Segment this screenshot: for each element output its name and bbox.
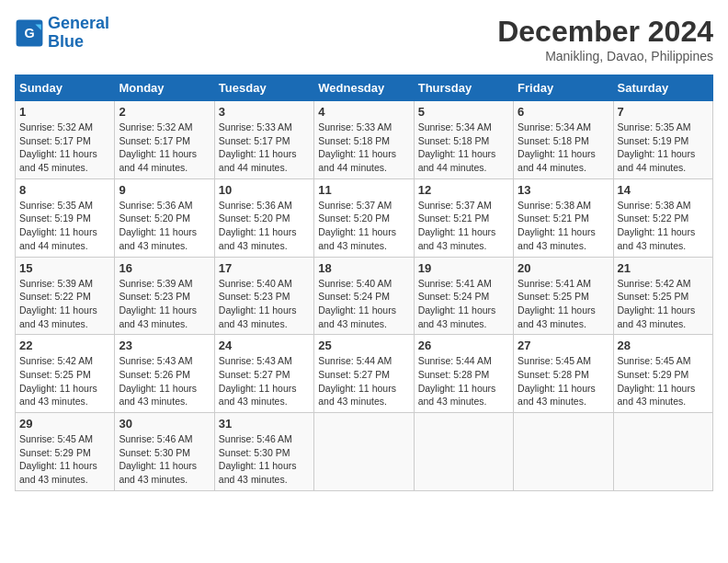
header-friday: Friday: [514, 75, 613, 101]
header-tuesday: Tuesday: [214, 75, 313, 101]
day-number: 1: [19, 105, 110, 119]
day-number: 16: [119, 261, 210, 275]
day-number: 31: [219, 417, 310, 431]
logo-text: General Blue: [48, 15, 109, 52]
day-info: Sunrise: 5:43 AMSunset: 5:26 PMDaylight:…: [119, 354, 210, 408]
day-info: Sunrise: 5:34 AMSunset: 5:18 PMDaylight:…: [518, 121, 609, 175]
table-row: [314, 413, 414, 491]
day-number: 27: [518, 339, 609, 352]
table-row: 8Sunrise: 5:35 AMSunset: 5:19 PMDaylight…: [16, 178, 115, 257]
day-info: Sunrise: 5:40 AMSunset: 5:23 PMDaylight:…: [219, 277, 310, 331]
day-info: Sunrise: 5:46 AMSunset: 5:30 PMDaylight:…: [119, 432, 210, 487]
day-number: 6: [518, 105, 609, 119]
day-info: Sunrise: 5:35 AMSunset: 5:19 PMDaylight:…: [618, 121, 709, 175]
table-row: 18Sunrise: 5:40 AMSunset: 5:24 PMDayligh…: [314, 257, 414, 335]
day-info: Sunrise: 5:41 AMSunset: 5:25 PMDaylight:…: [518, 277, 609, 331]
day-number: 28: [618, 339, 709, 352]
day-info: Sunrise: 5:42 AMSunset: 5:25 PMDaylight:…: [19, 354, 110, 408]
svg-text:G: G: [24, 26, 34, 40]
day-number: 18: [318, 261, 409, 275]
day-number: 10: [219, 183, 310, 197]
header-thursday: Thursday: [414, 75, 513, 101]
day-number: 7: [618, 105, 709, 119]
table-row: 14Sunrise: 5:38 AMSunset: 5:22 PMDayligh…: [613, 178, 712, 257]
day-number: 8: [19, 183, 110, 197]
table-row: 27Sunrise: 5:45 AMSunset: 5:28 PMDayligh…: [514, 335, 613, 413]
day-number: 9: [119, 183, 210, 197]
day-info: Sunrise: 5:32 AMSunset: 5:17 PMDaylight:…: [19, 121, 110, 175]
day-info: Sunrise: 5:37 AMSunset: 5:20 PMDaylight:…: [318, 199, 409, 253]
table-row: 13Sunrise: 5:38 AMSunset: 5:21 PMDayligh…: [514, 178, 613, 257]
header-wednesday: Wednesday: [314, 75, 414, 101]
table-row: 7Sunrise: 5:35 AMSunset: 5:19 PMDaylight…: [613, 101, 712, 179]
day-info: Sunrise: 5:44 AMSunset: 5:27 PMDaylight:…: [318, 354, 409, 408]
day-info: Sunrise: 5:40 AMSunset: 5:24 PMDaylight:…: [318, 277, 409, 331]
day-number: 15: [19, 261, 110, 275]
logo: G General Blue: [15, 15, 109, 52]
day-number: 25: [318, 339, 409, 352]
day-info: Sunrise: 5:36 AMSunset: 5:20 PMDaylight:…: [219, 199, 310, 253]
table-row: [514, 413, 613, 491]
table-row: 31Sunrise: 5:46 AMSunset: 5:30 PMDayligh…: [214, 413, 313, 491]
day-info: Sunrise: 5:38 AMSunset: 5:21 PMDaylight:…: [518, 199, 609, 253]
day-info: Sunrise: 5:45 AMSunset: 5:29 PMDaylight:…: [19, 432, 110, 487]
table-row: 28Sunrise: 5:45 AMSunset: 5:29 PMDayligh…: [613, 335, 712, 413]
day-number: 19: [418, 261, 509, 275]
day-info: Sunrise: 5:39 AMSunset: 5:23 PMDaylight:…: [119, 277, 210, 331]
day-number: 23: [119, 339, 210, 352]
day-info: Sunrise: 5:44 AMSunset: 5:28 PMDaylight:…: [418, 354, 509, 408]
calendar-table: Sunday Monday Tuesday Wednesday Thursday…: [15, 75, 713, 491]
table-row: 25Sunrise: 5:44 AMSunset: 5:27 PMDayligh…: [314, 335, 414, 413]
table-row: 2Sunrise: 5:32 AMSunset: 5:17 PMDaylight…: [115, 101, 214, 179]
day-number: 12: [418, 183, 509, 197]
day-info: Sunrise: 5:34 AMSunset: 5:18 PMDaylight:…: [418, 121, 509, 175]
day-number: 29: [19, 417, 110, 431]
day-number: 13: [518, 183, 609, 197]
day-number: 11: [318, 183, 409, 197]
day-number: 4: [318, 105, 409, 119]
table-row: 12Sunrise: 5:37 AMSunset: 5:21 PMDayligh…: [414, 178, 513, 257]
day-info: Sunrise: 5:46 AMSunset: 5:30 PMDaylight:…: [219, 432, 310, 487]
day-number: 22: [19, 339, 110, 352]
day-info: Sunrise: 5:32 AMSunset: 5:17 PMDaylight:…: [119, 121, 210, 175]
table-row: 26Sunrise: 5:44 AMSunset: 5:28 PMDayligh…: [414, 335, 513, 413]
day-info: Sunrise: 5:38 AMSunset: 5:22 PMDaylight:…: [618, 199, 709, 253]
table-row: 16Sunrise: 5:39 AMSunset: 5:23 PMDayligh…: [115, 257, 214, 335]
table-row: 19Sunrise: 5:41 AMSunset: 5:24 PMDayligh…: [414, 257, 513, 335]
day-info: Sunrise: 5:45 AMSunset: 5:28 PMDaylight:…: [518, 354, 609, 408]
table-row: 11Sunrise: 5:37 AMSunset: 5:20 PMDayligh…: [314, 178, 414, 257]
day-number: 14: [618, 183, 709, 197]
table-row: 1Sunrise: 5:32 AMSunset: 5:17 PMDaylight…: [16, 101, 115, 179]
table-row: 15Sunrise: 5:39 AMSunset: 5:22 PMDayligh…: [16, 257, 115, 335]
day-number: 21: [618, 261, 709, 275]
table-row: 30Sunrise: 5:46 AMSunset: 5:30 PMDayligh…: [115, 413, 214, 491]
table-row: 6Sunrise: 5:34 AMSunset: 5:18 PMDaylight…: [514, 101, 613, 179]
table-row: [613, 413, 712, 491]
table-row: 21Sunrise: 5:42 AMSunset: 5:25 PMDayligh…: [613, 257, 712, 335]
day-info: Sunrise: 5:36 AMSunset: 5:20 PMDaylight:…: [119, 199, 210, 253]
day-number: 24: [219, 339, 310, 352]
day-info: Sunrise: 5:42 AMSunset: 5:25 PMDaylight:…: [618, 277, 709, 331]
page-header: G General Blue December 2024 Manikling, …: [15, 15, 713, 63]
month-title: December 2024: [497, 15, 713, 49]
day-info: Sunrise: 5:41 AMSunset: 5:24 PMDaylight:…: [418, 277, 509, 331]
table-row: 3Sunrise: 5:33 AMSunset: 5:17 PMDaylight…: [214, 101, 313, 179]
table-row: 10Sunrise: 5:36 AMSunset: 5:20 PMDayligh…: [214, 178, 313, 257]
day-number: 5: [418, 105, 509, 119]
table-row: 29Sunrise: 5:45 AMSunset: 5:29 PMDayligh…: [16, 413, 115, 491]
header-sunday: Sunday: [16, 75, 115, 101]
day-number: 3: [219, 105, 310, 119]
table-row: 20Sunrise: 5:41 AMSunset: 5:25 PMDayligh…: [514, 257, 613, 335]
header-saturday: Saturday: [613, 75, 712, 101]
location: Manikling, Davao, Philippines: [497, 49, 713, 63]
day-info: Sunrise: 5:33 AMSunset: 5:18 PMDaylight:…: [318, 121, 409, 175]
logo-icon: G: [15, 18, 44, 48]
table-row: 22Sunrise: 5:42 AMSunset: 5:25 PMDayligh…: [16, 335, 115, 413]
day-number: 30: [119, 417, 210, 431]
table-row: 24Sunrise: 5:43 AMSunset: 5:27 PMDayligh…: [214, 335, 313, 413]
table-row: 5Sunrise: 5:34 AMSunset: 5:18 PMDaylight…: [414, 101, 513, 179]
day-number: 17: [219, 261, 310, 275]
day-info: Sunrise: 5:35 AMSunset: 5:19 PMDaylight:…: [19, 199, 110, 253]
table-row: 17Sunrise: 5:40 AMSunset: 5:23 PMDayligh…: [214, 257, 313, 335]
header-monday: Monday: [115, 75, 214, 101]
